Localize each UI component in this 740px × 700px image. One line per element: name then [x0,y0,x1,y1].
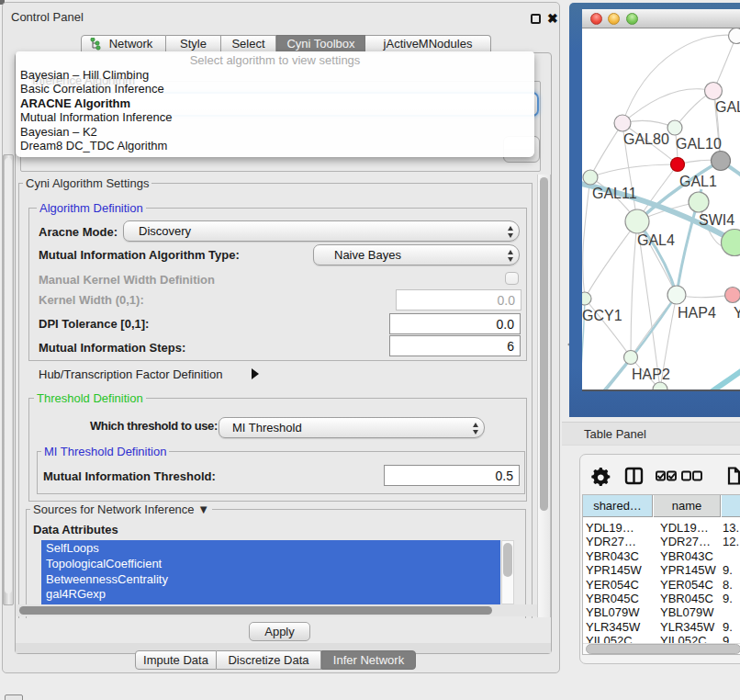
svg-text:GAL10: GAL10 [676,136,722,152]
svg-text:GAL7: GAL7 [715,99,740,115]
svg-text:GAL4: GAL4 [637,232,675,248]
svg-text:YM: YM [734,305,740,321]
svg-text:SWI4: SWI4 [699,212,734,228]
svg-text:GAL1: GAL1 [679,174,717,189]
svg-text:HAP2: HAP2 [632,367,670,382]
svg-text:GAL80: GAL80 [623,131,669,147]
svg-text:GAL11: GAL11 [592,186,637,201]
svg-text:GCY1: GCY1 [582,308,622,323]
svg-text:HAP4: HAP4 [678,305,716,321]
